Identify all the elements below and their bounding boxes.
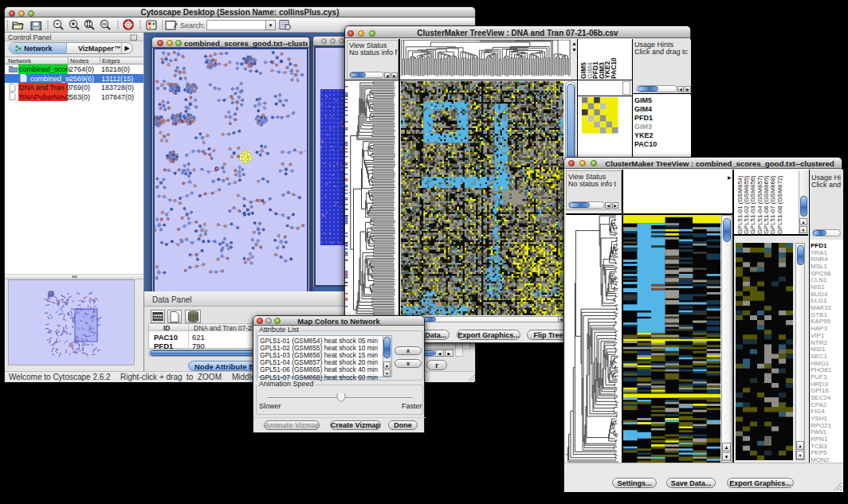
svg-text:Search:: Search: [180, 21, 205, 29]
